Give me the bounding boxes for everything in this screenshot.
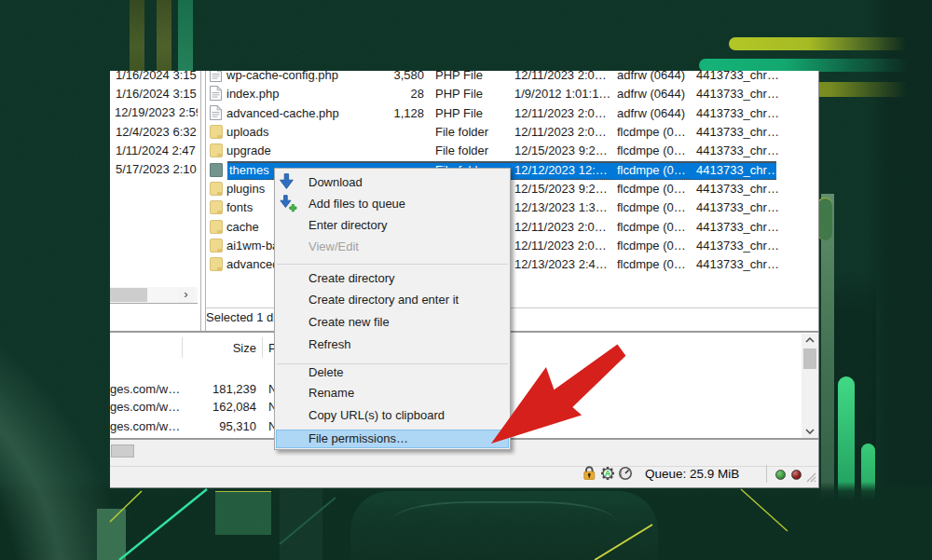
svg-text:A: A (605, 469, 611, 478)
